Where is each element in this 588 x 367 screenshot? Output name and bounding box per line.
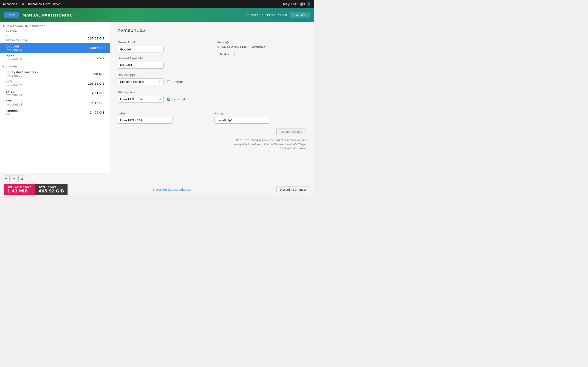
available-space-box: AVAILABLE SPACE 1.43 MiB — [4, 184, 35, 195]
partition-item-exfat[interactable]: exfat nvme0n1p3 9.31 GiB — [0, 88, 110, 98]
airplane-icon: ✈ — [294, 2, 297, 6]
app-name-label: Install to Hard Drive — [28, 2, 60, 6]
update-settings-button[interactable]: Update Settings — [276, 128, 306, 135]
partition-item-efi[interactable]: EFI System Partition nvme0n1p1 300 MiB — [0, 69, 110, 79]
reformat-checkbox[interactable] — [167, 98, 170, 101]
partition-size-iso: 14.65 GiB — [90, 111, 104, 114]
label-field-label: Label: — [118, 112, 210, 115]
available-space-value: 1.43 MiB — [7, 189, 31, 193]
unknown-section-arrow-icon: ▼ — [3, 65, 5, 68]
partition-item-boot-info: /boot nvme0n1p6 — [6, 54, 22, 61]
topbar: Activities 🖥 Install to Hard Drive May 1… — [0, 0, 314, 8]
name-group: Name: — [214, 112, 306, 124]
user-icon: 👤 — [306, 2, 311, 6]
space-info: AVAILABLE SPACE 1.43 MiB TOTAL SPACE 465… — [4, 184, 68, 195]
device-type-select[interactable]: Standard Partition LVM LVM Thin Provisio… — [118, 78, 164, 85]
headerbar-right: FEDORA 36 INSTALLATION Help! (F1) — [246, 12, 310, 18]
bottom-bar: AVAILABLE SPACE 1.43 MiB TOTAL SPACE 465… — [0, 184, 314, 195]
device-name-label: APPLE SSD AP0512N (nvme0n1) — [216, 45, 306, 48]
volume-icon: 🔊 — [300, 2, 304, 6]
partition-mount-exfat: exfat — [6, 90, 22, 93]
partition-item-boot[interactable]: /boot nvme0n1p6 2 GiB — [0, 53, 110, 62]
partition-item-iso-info: iso9660 sda — [6, 109, 18, 116]
partition-mount-iso: iso9660 — [6, 109, 18, 113]
partition-item-iso[interactable]: iso9660 sda 14.65 GiB — [0, 108, 110, 117]
left-panel: ▼ New Fedora 36 Installation SYSTEM / lu… — [0, 22, 110, 184]
refresh-icon: ↺ — [20, 177, 23, 181]
main-content: ▼ New Fedora 36 Installation SYSTEM / lu… — [0, 22, 314, 184]
done-button[interactable]: Done — [4, 12, 19, 18]
activities-button[interactable]: Activities — [3, 2, 17, 6]
partition-item-exfat-info: exfat nvme0n1p3 — [6, 90, 22, 97]
system-section-title: SYSTEM — [0, 29, 110, 33]
partition-size-boot: 2 GiB — [96, 56, 104, 59]
filesystem-group: File System: Linux HFS+ ESP ext4 xfs swa… — [118, 91, 306, 107]
modify-button[interactable]: Modify... — [216, 51, 234, 57]
storage-device-link[interactable]: 1 storage device selected — [153, 188, 191, 191]
headerbar: Done MANUAL PARTITIONING FEDORA 36 INSTA… — [0, 8, 314, 22]
partition-item-ntfs[interactable]: ntfs nvme0n1p4 93.13 GiB — [0, 98, 110, 108]
filesystem-row: Linux HFS+ ESP ext4 xfs swap BIOS Boot E… — [118, 96, 306, 102]
note-text: Note: The settings you make on this scre… — [118, 138, 306, 150]
total-space-value: 465.92 GiB — [39, 189, 64, 193]
filesystem-select[interactable]: Linux HFS+ ESP ext4 xfs swap BIOS Boot E… — [118, 96, 164, 102]
partition-item-apfs[interactable]: apfs nvme0n1p2 195.58 GiB — [0, 79, 110, 88]
unknown-section-header[interactable]: ▼ Unknown — [0, 62, 110, 69]
fedora-title: FEDORA 36 INSTALLATION — [246, 14, 287, 17]
right-panel: nvme0n1p5 Mount Point: Desired Capacity:… — [110, 22, 314, 184]
available-space-label: AVAILABLE SPACE — [7, 186, 31, 189]
partition-device-ntfs: nvme0n1p4 — [6, 103, 22, 106]
reformat-label-text: Reformat — [172, 98, 185, 101]
partition-size-boot-efi: 600 MiB — [90, 46, 103, 50]
add-partition-button[interactable]: + — [3, 175, 10, 182]
mount-point-input[interactable] — [118, 46, 164, 53]
detail-top-grid: Mount Point: Desired Capacity: Device(s)… — [118, 41, 306, 69]
remove-partition-button[interactable]: − — [10, 175, 17, 182]
devices-label: Device(s): — [216, 41, 306, 44]
partition-toolbar: + − ↺ — [0, 173, 110, 184]
name-field-label: Name: — [214, 112, 306, 115]
partition-device-boot-efi: nvme0n1p5 — [6, 48, 22, 51]
add-icon: + — [5, 177, 7, 181]
desired-capacity-input[interactable] — [118, 62, 164, 69]
name-input[interactable] — [214, 117, 269, 124]
device-type-row: Standard Partition LVM LVM Thin Provisio… — [118, 78, 306, 85]
partition-item-ntfs-info: ntfs nvme0n1p4 — [6, 99, 22, 106]
refresh-button[interactable]: ↺ — [18, 175, 25, 182]
label-group: Label: — [118, 112, 210, 124]
minus-icon: − — [13, 177, 15, 181]
unknown-section-label: Unknown — [6, 65, 19, 68]
topbar-left: Activities 🖥 Install to Hard Drive — [3, 2, 60, 6]
page-title: MANUAL PARTITIONING — [22, 13, 73, 17]
partition-size-root: 165.02 GiB — [88, 37, 104, 40]
partition-item-boot-efi-info: /boot/efi nvme0n1p5 — [6, 44, 22, 51]
headerbar-left: Done MANUAL PARTITIONING — [4, 12, 73, 18]
detail-right-col: Device(s): APPLE SSD AP0512N (nvme0n1) M… — [216, 41, 306, 69]
total-space-box: TOTAL SPACE 465.92 GiB — [35, 184, 68, 195]
partition-device-boot: nvme0n1p6 — [6, 58, 22, 61]
partition-mount-ntfs: ntfs — [6, 99, 22, 103]
section-arrow-icon: ▼ — [3, 25, 5, 27]
partition-item-root[interactable]: / luks-nvme0n1p7 165.02 GiB — [0, 33, 110, 43]
topbar-icon: 🖥 — [21, 2, 24, 6]
encrypt-checkbox-label[interactable]: Encrypt — [167, 80, 183, 83]
discard-changes-button[interactable]: Discard All Changes — [276, 186, 310, 193]
partition-device-efi: nvme0n1p1 — [6, 74, 38, 77]
reformat-checkbox-label[interactable]: Reformat — [167, 98, 185, 101]
encrypt-checkbox[interactable] — [167, 80, 170, 83]
partition-size-efi: 300 MiB — [92, 72, 104, 76]
partition-size-exfat: 9.31 GiB — [92, 92, 104, 95]
partition-mount-apfs: apfs — [6, 80, 22, 84]
partition-item-boot-efi[interactable]: /boot/efi nvme0n1p5 600 MiB › — [0, 43, 110, 53]
device-type-group: Device Type: Standard Partition LVM LVM … — [118, 73, 306, 89]
mount-point-label: Mount Point: — [118, 41, 208, 44]
partition-mount-efi: EFI System Partition — [6, 70, 38, 74]
device-type-label: Device Type: — [118, 73, 306, 77]
partition-mount-boot: /boot — [6, 54, 22, 58]
desired-capacity-group: Desired Capacity: — [118, 56, 208, 69]
new-fedora-section-label: New Fedora 36 Installation — [6, 24, 45, 28]
partition-device-root: luks-nvme0n1p7 — [6, 39, 28, 42]
label-input[interactable] — [118, 117, 173, 124]
new-fedora-section-header[interactable]: ▼ New Fedora 36 Installation — [0, 22, 110, 29]
help-button[interactable]: Help! (F1) — [290, 12, 310, 18]
